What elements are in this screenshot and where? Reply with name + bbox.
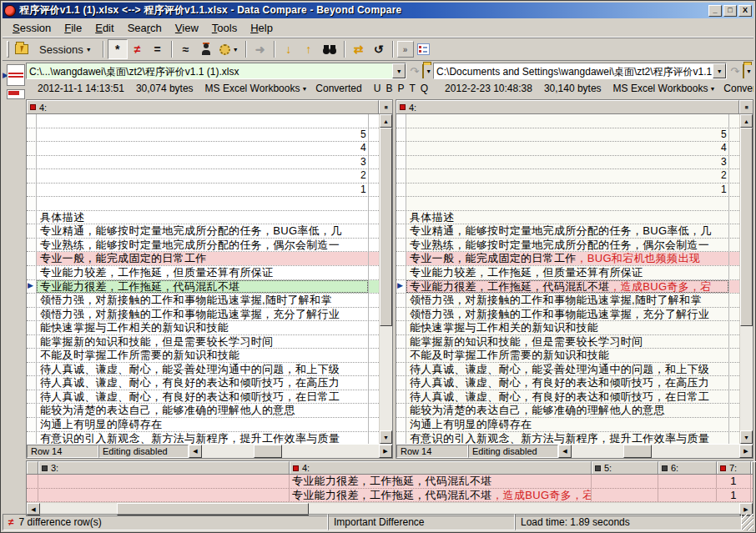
detail-cell[interactable]: [658, 475, 717, 488]
detail-cell[interactable]: [592, 475, 658, 488]
scroll-down-icon[interactable]: ▼: [380, 430, 392, 444]
cell-text[interactable]: 待人真诚、谦虚、耐心，有良好的表达和倾听技巧，在日常工: [406, 390, 728, 404]
chevron-down-icon[interactable]: ▼: [709, 86, 715, 92]
next-difference-button[interactable]: ↓: [279, 39, 299, 59]
cell-text[interactable]: 专业能力较差，工作拖延，但质量还算有所保证: [37, 266, 368, 279]
previous-difference-button[interactable]: ↑: [299, 39, 319, 59]
menu-tools[interactable]: Tools: [205, 20, 244, 36]
scroll-left-icon[interactable]: ◀: [558, 445, 572, 458]
left-file-format-dropdown[interactable]: MS Excel Workbooks: [205, 83, 300, 94]
cell-text[interactable]: 专业能力很差，工作拖延，代码混乱不堪，造成BUG奇多，宕: [406, 280, 728, 294]
table-row[interactable]: 专业精通，能够按时定量地完成所分配的任务，BUG率低，几: [27, 224, 379, 239]
cell-text[interactable]: 专业精通，能够按时定量地完成所分配的任务，BUG率低，几: [406, 224, 728, 238]
menu-view[interactable]: View: [169, 20, 205, 36]
cell-text[interactable]: 4: [37, 142, 368, 155]
chevron-down-icon[interactable]: ▼: [301, 86, 307, 92]
detail-cell[interactable]: [38, 475, 290, 488]
diff-map-thumbnail-secondary[interactable]: [7, 89, 25, 99]
table-row[interactable]: 具体描述: [396, 211, 739, 225]
cell-text[interactable]: 能掌握新的知识和技能，但是需要较长学习时间: [37, 335, 368, 349]
table-row[interactable]: 能快速掌握与工作相关的新知识和技能: [27, 321, 379, 335]
detail-row[interactable]: 专业能力很差，工作拖延，代码混乱不堪，造成BUG奇多，宕1: [27, 489, 753, 503]
table-row[interactable]: 领悟力强，对新接触的工作和事物能迅速掌握,随时了解和掌: [396, 294, 739, 308]
right-vertical-scrollbar[interactable]: ▲ ▼: [739, 114, 753, 444]
table-row[interactable]: 专业熟练，能够按时定量地完成所分配的任务，偶尔会制造一: [27, 239, 379, 253]
scroll-up-icon[interactable]: ▲: [380, 114, 392, 128]
left-reload-file-icon[interactable]: ↷: [410, 66, 419, 77]
session-settings-button[interactable]: ▼: [216, 39, 242, 59]
cell-text[interactable]: 具体描述: [37, 211, 368, 224]
table-row[interactable]: 能掌握新的知识和技能，但是需要较长学习时间: [27, 335, 379, 349]
detail-column-header[interactable]: 6:: [658, 461, 717, 474]
left-header-options-button[interactable]: ■: [379, 100, 392, 113]
cell-text[interactable]: 1: [37, 184, 368, 197]
maximize-button[interactable]: □: [723, 5, 737, 17]
format-flag-t[interactable]: T: [409, 83, 415, 94]
cell-text[interactable]: 待人真诚、谦虚、耐心，能妥善处理沟通中的问题，和上下级: [37, 363, 368, 376]
table-row[interactable]: 4: [27, 142, 379, 156]
format-flag-b[interactable]: B: [386, 83, 392, 94]
table-row[interactable]: 专业熟练，能够按时定量地完成所分配的任务，偶尔会制造一: [396, 239, 739, 253]
table-row[interactable]: 2: [396, 169, 739, 184]
right-path-dropdown-icon[interactable]: ▼: [713, 63, 726, 78]
left-path-combo[interactable]: C:\...\wangdawei\桌面\zt2\程序评价v1.1 (1).xls…: [26, 63, 406, 79]
table-row[interactable]: 1: [396, 184, 739, 198]
title-bar[interactable]: 程序评价v1.1 (1).xlsx <--> 程序评价v1.1.xlsx - D…: [3, 3, 753, 18]
table-row[interactable]: 不能及时掌握工作所需要的新知识和技能: [396, 349, 739, 363]
cell-text[interactable]: 5: [406, 128, 728, 142]
table-row[interactable]: 有意识的引入新观念、新方法与新程序，提升工作效率与质量: [396, 432, 739, 444]
table-row[interactable]: 4: [396, 142, 739, 156]
table-row[interactable]: [396, 197, 739, 211]
cell-text[interactable]: 专业熟练，能够按时定量地完成所分配的任务，偶尔会制造一: [37, 239, 368, 252]
scrollbar-thumb[interactable]: [740, 128, 753, 326]
scrollbar-thumb[interactable]: [623, 445, 652, 458]
cell-text[interactable]: 2: [37, 169, 368, 183]
detail-cell[interactable]: [658, 489, 717, 502]
scrollbar-thumb[interactable]: [254, 445, 282, 458]
detail-cell[interactable]: 1: [717, 489, 751, 502]
cell-text[interactable]: 不能及时掌握工作所需要的新知识和技能: [406, 349, 728, 362]
menu-help[interactable]: Help: [244, 20, 280, 36]
left-vertical-scrollbar[interactable]: ▲ ▼: [379, 114, 392, 444]
right-browse-dropdown-icon[interactable]: ▼: [746, 68, 752, 74]
scroll-right-icon[interactable]: ▶: [379, 445, 392, 458]
detail-column-header[interactable]: 5:: [592, 461, 658, 474]
right-browse-folder-icon[interactable]: [743, 66, 744, 77]
menu-search[interactable]: Search: [121, 20, 169, 36]
menu-edit[interactable]: Edit: [88, 20, 120, 36]
cell-text[interactable]: 专业一般，能完成固定的日常工作: [37, 252, 368, 265]
right-header-options-button[interactable]: ■: [739, 100, 753, 113]
left-file-path[interactable]: C:\...\wangdawei\桌面\zt2\程序评价v1.1 (1).xls…: [27, 63, 392, 78]
cell-text[interactable]: [37, 197, 368, 210]
format-flag-q[interactable]: Q: [421, 83, 428, 94]
sessions-dropdown[interactable]: Sessions ▼: [32, 39, 99, 59]
table-row[interactable]: 专业一般，能完成固定的日常工作，BUG和宕机也频频出现: [396, 252, 739, 266]
table-row[interactable]: 专业一般，能完成固定的日常工作: [27, 252, 379, 266]
cell-text[interactable]: 5: [37, 128, 368, 142]
table-row[interactable]: 能快速掌握与工作相关的新知识和技能: [396, 321, 739, 335]
table-row[interactable]: 能掌握新的知识和技能，但是需要较长学习时间: [396, 335, 739, 349]
scroll-up-icon[interactable]: ▲: [740, 114, 753, 128]
left-path-dropdown-icon[interactable]: ▼: [392, 63, 406, 78]
scroll-left-icon[interactable]: ◀: [189, 445, 202, 458]
cell-text[interactable]: 专业精通，能够按时定量地完成所分配的任务，BUG率低，几: [37, 224, 368, 238]
cell-text[interactable]: 专业能力较差，工作拖延，但质量还算有所保证: [406, 266, 728, 279]
cell-text[interactable]: 待人真诚、谦虚、耐心，有良好的表达和倾听技巧，在高压力: [37, 376, 368, 390]
cell-text[interactable]: 3: [406, 156, 728, 169]
show-matches-button[interactable]: =: [148, 39, 168, 59]
table-row[interactable]: 不能及时掌握工作所需要的新知识和技能: [27, 349, 379, 363]
cell-text[interactable]: 领悟力强，对新接触的工作和事物能迅速掌握,随时了解和掌: [37, 294, 368, 307]
cell-text[interactable]: 能较为清楚的表达自己，能够准确的理解他人的意思: [37, 404, 368, 417]
right-file-path[interactable]: C:\Documents and Settings\wangdawei\桌面\z…: [434, 63, 713, 78]
cell-text[interactable]: 专业能力很差，工作拖延，代码混乱不堪: [37, 280, 368, 294]
table-row[interactable]: 待人真诚、谦虚、耐心，有良好的表达和倾听技巧，在日常工: [396, 390, 739, 405]
cell-text[interactable]: 具体描述: [406, 211, 728, 224]
resize-grip[interactable]: [742, 514, 753, 530]
close-button[interactable]: X: [738, 5, 752, 17]
cell-text[interactable]: [406, 197, 728, 210]
cell-text[interactable]: 4: [406, 142, 728, 155]
cell-text[interactable]: 沟通上有明显的障碍存在: [406, 418, 728, 431]
cell-text[interactable]: 领悟力强，对新接触的工作和事物能迅速掌握,随时了解和掌: [406, 294, 728, 307]
minimize-button[interactable]: _: [708, 5, 722, 17]
table-row[interactable]: 待人真诚、谦虚、耐心，有良好的表达和倾听技巧，在日常工: [27, 390, 379, 405]
